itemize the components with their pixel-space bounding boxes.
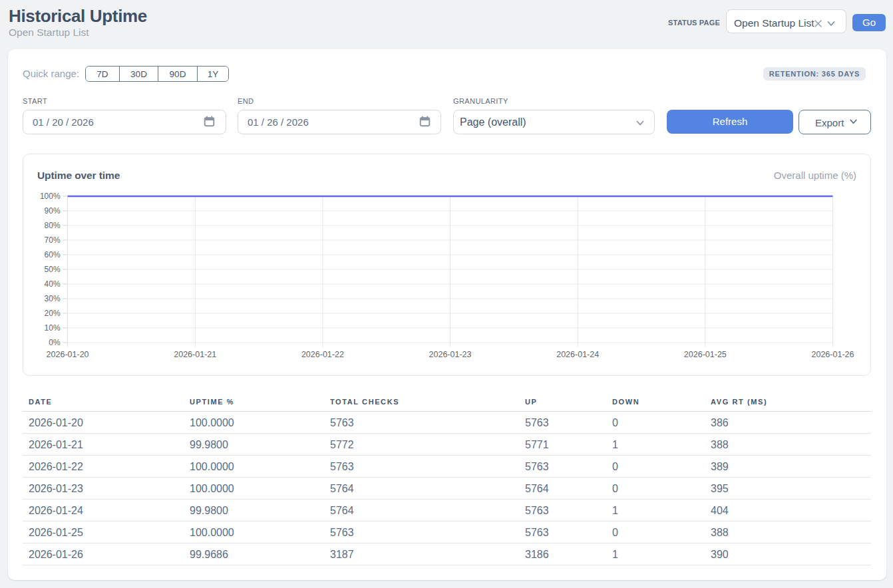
svg-text:90%: 90% <box>45 206 61 216</box>
svg-text:2026-01-23: 2026-01-23 <box>429 350 472 359</box>
svg-text:2026-01-22: 2026-01-22 <box>301 350 344 359</box>
svg-text:80%: 80% <box>45 221 61 230</box>
svg-text:60%: 60% <box>45 250 61 259</box>
svg-text:0%: 0% <box>49 338 61 347</box>
svg-text:2026-01-21: 2026-01-21 <box>174 350 216 359</box>
svg-text:2026-01-25: 2026-01-25 <box>684 350 727 359</box>
svg-text:70%: 70% <box>45 235 61 245</box>
svg-text:100%: 100% <box>40 192 61 201</box>
svg-text:2026-01-24: 2026-01-24 <box>556 350 599 359</box>
svg-text:50%: 50% <box>45 265 61 274</box>
svg-text:30%: 30% <box>45 294 61 303</box>
svg-text:2026-01-26: 2026-01-26 <box>812 350 854 359</box>
svg-text:20%: 20% <box>45 309 61 318</box>
svg-text:40%: 40% <box>45 279 61 289</box>
svg-text:10%: 10% <box>45 323 61 333</box>
svg-text:2026-01-20: 2026-01-20 <box>47 350 89 359</box>
